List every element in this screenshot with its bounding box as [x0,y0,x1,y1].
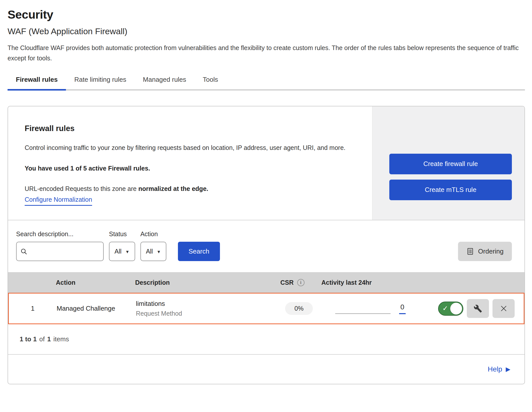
arrow-right-icon: ▶ [506,366,510,373]
filter-section: Search description... Status [8,220,524,272]
normalization-text: URL-encoded Requests to this zone are no… [25,185,355,192]
filter-controls: Search description... Status [16,230,220,261]
search-icon [20,248,28,255]
waf-tab-bar: Firewall rules Rate limiting rules Manag… [8,75,525,90]
search-field-label: Search description... [16,230,104,238]
table-row: 1 Managed Challenge limitations Request … [8,293,524,324]
rule-action: Managed Challenge [57,305,136,312]
page-title: Security [8,8,525,21]
rule-description: limitations [136,300,278,308]
csr-column-header: CSR i [277,279,321,286]
overview-description: Control incoming traffic to your zone by… [25,142,349,153]
help-link-label: Help [488,365,502,373]
summary-of: of [39,335,45,343]
toggle-knob [450,303,462,314]
ordering-button-label: Ordering [478,248,504,255]
csr-header-label: CSR [280,279,294,286]
tab-rate-limiting-rules[interactable]: Rate limiting rules [66,75,135,91]
activity-sparkline [335,313,391,314]
create-mtls-rule-button[interactable]: Create mTLS rule [389,180,512,200]
card-footer: Help ▶ [8,355,524,384]
rule-enabled-toggle[interactable]: ✓ [438,302,463,316]
status-select[interactable]: All ▼ [109,242,135,261]
search-input[interactable] [30,248,100,255]
rule-activity-cell: 0 [322,303,427,314]
security-waf-page: Security WAF (Web Application Firewall) … [0,0,532,384]
csr-badge: 0% [285,302,313,315]
edit-rule-button[interactable] [467,299,489,318]
info-icon[interactable]: i [297,279,305,286]
description-column-header: Description [135,279,277,286]
search-field-group: Search description... [16,230,104,261]
status-select-value: All [115,248,122,255]
help-link[interactable]: Help ▶ [488,365,510,373]
usage-summary: You have used 1 of 5 active Firewall rul… [25,165,355,172]
action-field-group: Action All ▼ [140,230,167,261]
create-firewall-rule-button[interactable]: Create firewall rule [389,154,512,174]
rule-priority: 1 [9,305,57,312]
normalization-prefix: URL-encoded Requests to this zone are [25,185,138,192]
activity-count-link[interactable]: 0 [399,303,406,314]
table-header-row: Action Description CSR i Activity last 2… [8,272,524,293]
ordering-button[interactable]: Ordering [458,242,512,261]
page-description: The Cloudflare WAF provides both automat… [8,43,525,63]
rule-controls: ✓ [427,299,524,318]
overview-section: Firewall rules Control incoming traffic … [8,106,524,221]
summary-range: 1 to 1 [20,335,37,343]
overview-text-panel: Firewall rules Control incoming traffic … [8,106,372,220]
configure-normalization-link[interactable]: Configure Normalization [25,196,92,206]
chevron-down-icon: ▼ [157,250,161,255]
list-icon [466,248,474,255]
status-field-group: Status All ▼ [109,230,135,261]
page-subtitle: WAF (Web Application Firewall) [8,26,525,36]
rule-description-cell: limitations Request Method [136,300,278,317]
actions-panel: Create firewall rule Create mTLS rule [372,106,524,220]
overview-heading: Firewall rules [25,124,355,133]
action-column-header: Action [56,279,135,286]
delete-rule-button[interactable] [492,299,515,318]
search-button[interactable]: Search [178,242,220,261]
check-icon: ✓ [442,304,448,312]
summary-total: 1 [47,335,51,343]
action-select-value: All [146,248,153,255]
chevron-down-icon: ▼ [125,250,130,255]
normalization-bold: normalized at the edge. [138,185,208,192]
activity-column-header: Activity last 24hr [321,279,426,286]
close-icon [500,305,508,312]
rule-csr-cell: 0% [278,302,322,315]
pagination-summary: 1 to 1 of 1 items [8,324,524,355]
firewall-rules-card: Firewall rules Control incoming traffic … [8,106,525,385]
rule-description-sub: Request Method [136,310,278,317]
search-input-box [16,242,104,261]
action-select[interactable]: All ▼ [140,242,167,261]
tab-managed-rules[interactable]: Managed rules [135,75,195,91]
tab-firewall-rules[interactable]: Firewall rules [8,75,66,91]
tab-tools[interactable]: Tools [195,75,226,91]
summary-items: items [53,335,69,343]
action-field-label: Action [140,230,167,238]
status-field-label: Status [109,230,135,238]
wrench-icon [474,304,482,313]
